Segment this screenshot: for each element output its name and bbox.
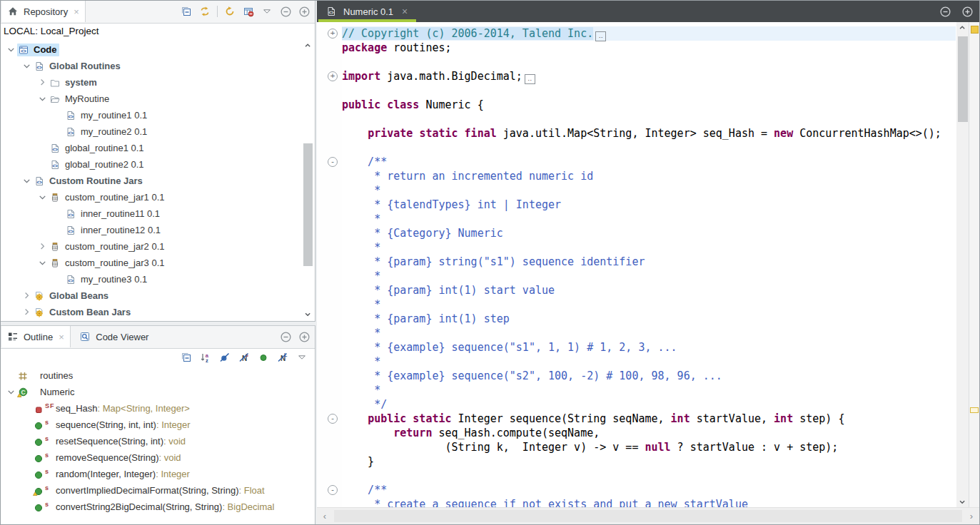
warning-marker[interactable] [971, 26, 979, 34]
filter-table-button[interactable] [242, 5, 255, 18]
collapse-all-button[interactable] [180, 351, 193, 364]
view-menu-button[interactable] [295, 351, 308, 364]
tree-item-custom-routine-jar1-0-1[interactable]: 010custom_routine_jar1 0.1 [1, 189, 315, 205]
tab-outline[interactable]: Outline × [1, 326, 71, 347]
scroll-left-icon[interactable]: ‹ [317, 508, 333, 524]
toolbar-separator [217, 6, 218, 17]
close-icon[interactable]: × [402, 6, 408, 17]
outline-item-seq-hash[interactable]: SFseq_Hash : Map<String, Integer> [1, 400, 315, 417]
expander-spacer [21, 501, 33, 513]
editor-horizontal-scrollbar[interactable]: ‹ › [317, 507, 979, 524]
tree-item-global-routine1-0-1[interactable]: <>global_routine1 0.1 [1, 140, 315, 156]
chevron-down-icon[interactable] [5, 44, 17, 56]
tab-outline-label: Outline [24, 332, 53, 342]
tree-item-my-routine1-0-1[interactable]: <>my_routine1 0.1 [1, 107, 315, 123]
fold-collapse-icon[interactable]: - [328, 157, 338, 167]
scroll-down-icon[interactable] [302, 310, 314, 320]
fold-collapse-icon[interactable]: - [328, 414, 338, 424]
tree-item-label: inner_routine11 0.1 [81, 208, 160, 219]
editor-vertical-scrollbar[interactable] [956, 22, 969, 508]
minimize-button[interactable] [279, 5, 292, 18]
outline-item-resetsequence[interactable]: sresetSequence(String, int) : void [1, 433, 315, 449]
refresh-button[interactable] [223, 5, 236, 18]
tree-item-custom-routine-jar3-0-1[interactable]: 010custom_routine_jar3 0.1 [1, 255, 315, 271]
svg-text:<>: <> [21, 48, 26, 53]
chevron-right-icon[interactable] [21, 290, 33, 302]
scrollbar-thumb[interactable] [334, 510, 962, 522]
svg-text:<>: <> [36, 180, 42, 185]
chevron-down-icon[interactable] [5, 387, 17, 398]
outline-item-label: Numeric [40, 387, 74, 397]
view-menu-button[interactable] [261, 5, 273, 18]
tree-item-custom-bean-jars[interactable]: Custom Bean Jars [1, 304, 315, 320]
sync-button[interactable] [198, 5, 211, 18]
show-nonpublic-button[interactable] [257, 351, 270, 364]
minimize-button[interactable] [279, 330, 292, 343]
scroll-up-icon[interactable] [956, 22, 969, 34]
maximize-button[interactable] [298, 330, 310, 343]
repository-tree-scrollbar[interactable] [302, 41, 314, 320]
tab-code-viewer[interactable]: Code Viewer [74, 326, 154, 347]
maximize-button[interactable] [961, 5, 974, 18]
tree-item-global-routines[interactable]: <>Global Routines [1, 58, 315, 74]
scroll-down-icon[interactable] [956, 496, 969, 508]
chevron-right-icon[interactable] [36, 77, 49, 88]
code-editor[interactable]: ++--- // Copyright (c) 2006-2014, Talend… [317, 22, 979, 508]
chevron-down-icon[interactable] [21, 175, 33, 187]
hide-local-button[interactable]: NL [276, 351, 289, 364]
tree-item-custom-routine-jars[interactable]: <>Custom Routine Jars [1, 173, 315, 189]
chevron-right-icon[interactable] [21, 307, 33, 318]
tree-item-my-routine3-0-1[interactable]: <>my_routine3 0.1 [1, 271, 315, 287]
minimize-button[interactable] [939, 5, 951, 18]
scrollbar-thumb[interactable] [303, 143, 313, 266]
collapsed-fold-icon[interactable]: ‥ [595, 31, 606, 41]
collapsed-fold-icon[interactable]: ‥ [525, 74, 535, 84]
fold-collapse-icon[interactable]: - [328, 485, 338, 495]
tree-item-inner-routine11-0-1[interactable]: <>inner_routine11 0.1 [1, 205, 315, 222]
outline-item-numeric[interactable]: CNumeric [1, 384, 315, 400]
tree-item-label: inner_routine12 0.1 [81, 225, 161, 235]
chevron-down-icon[interactable] [36, 192, 49, 203]
tab-editor-label: Numeric 0.1 [343, 6, 393, 17]
repository-tabbar: Repository × [1, 1, 315, 24]
outline-window-buttons [279, 326, 310, 347]
chevron-down-icon[interactable] [36, 258, 49, 269]
close-icon[interactable]: × [74, 6, 79, 17]
scroll-right-icon[interactable]: › [964, 508, 979, 524]
chevron-right-icon[interactable] [36, 241, 49, 253]
code-line: * {example} sequence("s1", 1, 1) # 1, 2,… [342, 340, 956, 355]
tab-repository[interactable]: Repository × [1, 1, 86, 22]
code-line: } [342, 454, 956, 469]
outline-tree[interactable]: routinesCNumericSFseq_Hash : Map<String,… [1, 366, 315, 515]
scroll-up-icon[interactable] [302, 41, 314, 51]
sort-button[interactable]: az [199, 351, 212, 364]
fold-expand-icon[interactable]: + [328, 29, 338, 39]
tree-item-code[interactable]: <>Code [1, 41, 315, 58]
hide-fields-button[interactable] [218, 351, 231, 364]
chevron-down-icon[interactable] [21, 61, 33, 72]
outline-item-removesequence[interactable]: sremoveSequence(String) : void [1, 449, 315, 466]
chevron-down-icon[interactable] [36, 93, 49, 105]
tab-editor-numeric[interactable]: <> Numeric 0.1 × [318, 1, 416, 22]
close-icon[interactable]: × [59, 332, 64, 342]
outline-item-routines[interactable]: routines [1, 367, 315, 384]
collapse-all-button[interactable] [180, 5, 193, 18]
outline-item-convertstring2bigdecimal[interactable]: sconvertString2BigDecimal(String, String… [1, 499, 315, 515]
occurrence-marker[interactable] [970, 407, 979, 413]
maximize-button[interactable] [298, 5, 310, 18]
repository-tree[interactable]: <>Code<>Global RoutinessystemMyRoutine<>… [1, 39, 315, 321]
tree-item-system[interactable]: system [1, 74, 315, 91]
fold-expand-icon[interactable]: + [328, 71, 338, 81]
outline-item-convertimplieddecimalformat[interactable]: sconvertImpliedDecimalFormat(String, Str… [1, 482, 315, 499]
tree-item-my-routine2-0-1[interactable]: <>my_routine2 0.1 [1, 123, 315, 140]
scrollbar-thumb[interactable] [958, 36, 968, 122]
tree-item-inner-routine12-0-1[interactable]: <>inner_routine12 0.1 [1, 222, 315, 238]
tree-item-global-beans[interactable]: Global Beans [1, 287, 315, 304]
tree-item-global-routine2-0-1[interactable]: <>global_routine2 0.1 [1, 156, 315, 173]
hide-static-button[interactable]: Ns [238, 351, 251, 364]
tree-item-myroutine[interactable]: MyRoutine [1, 91, 315, 107]
code-line: * [342, 383, 956, 397]
tree-item-custom-routine-jar2-0-1[interactable]: 010custom_routine_jar2 0.1 [1, 238, 315, 255]
outline-item-sequence[interactable]: ssequence(String, int, int) : Integer [1, 417, 315, 433]
outline-item-random[interactable]: srandom(Integer, Integer) : Integer [1, 466, 315, 482]
